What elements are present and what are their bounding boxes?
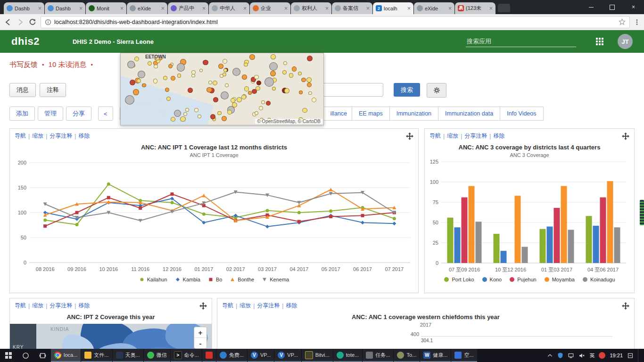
dashboard-tab[interactable]: Info Videos	[500, 107, 543, 121]
legend-item[interactable]: Port Loko	[444, 277, 474, 282]
panel-link[interactable]: 导航	[15, 302, 26, 310]
panel-link[interactable]: 移除	[493, 132, 504, 140]
close-button[interactable]: ×	[623, 0, 644, 14]
share-dashboard-button[interactable]: 分享	[66, 107, 91, 121]
taskbar-app[interactable]: 天奥...	[113, 349, 143, 362]
task-view-icon[interactable]	[34, 349, 51, 362]
browser-tab[interactable]: Dashb×	[45, 2, 85, 14]
dashboard-tab[interactable]: Immunization data	[438, 107, 500, 121]
bookmark-star-icon[interactable]	[619, 18, 626, 25]
tab-close-icon[interactable]: ×	[489, 6, 493, 11]
panel-link[interactable]: 导航	[429, 132, 441, 140]
browser-tab[interactable]: eXide×	[414, 2, 454, 14]
panel-link[interactable]: 移除	[286, 302, 297, 310]
legend-item[interactable]: Pujehun	[509, 277, 536, 282]
messages-button[interactable]: 消息	[9, 83, 36, 97]
tab-close-icon[interactable]: ×	[284, 6, 288, 11]
browser-tab[interactable]: 备案信×	[332, 2, 372, 14]
move-handle-icon[interactable]	[199, 302, 207, 310]
volume-muted-icon[interactable]	[578, 353, 585, 359]
legend-item[interactable]: Kono	[482, 277, 502, 282]
manage-dashboard-button[interactable]: 管理	[38, 107, 63, 121]
panel-link[interactable]: 缩放	[32, 132, 43, 140]
browser-tab[interactable]: eXide×	[127, 2, 167, 14]
browser-tab[interactable]: 中华人×	[209, 2, 249, 14]
legend-item[interactable]: Moyamba	[544, 277, 575, 282]
tab-close-icon[interactable]: ×	[325, 6, 329, 11]
legend-item[interactable]: Bo	[208, 277, 222, 282]
tab-close-icon[interactable]: ×	[407, 6, 411, 11]
taskbar-app[interactable]: 免费...	[216, 349, 247, 362]
address-bar[interactable]: localhost:8280/dhis/dhis-web-dashboard-i…	[41, 16, 630, 28]
tray-chevron-icon[interactable]	[547, 353, 553, 359]
browser-menu-icon[interactable]	[634, 18, 640, 26]
taskbar-app[interactable]: VVP...	[248, 349, 274, 362]
browser-tab[interactable]: 权利人×	[291, 2, 331, 14]
unread-messages-link[interactable]: 10 未读消息	[49, 60, 87, 69]
dhis2-logo[interactable]: dhis2	[11, 35, 40, 48]
panel-link[interactable]: 移除	[78, 132, 90, 140]
taskbar-app[interactable]: tote...	[333, 349, 363, 362]
panel-link[interactable]: 导航	[15, 132, 26, 140]
taskbar-app[interactable]: 任务...	[363, 349, 393, 362]
dashboard-tab[interactable]: EE maps	[352, 107, 390, 121]
tab-close-icon[interactable]: ×	[120, 6, 124, 11]
taskbar-app[interactable]	[202, 349, 216, 362]
browser-tab[interactable]: 易(123未×	[455, 2, 495, 14]
start-button[interactable]	[0, 349, 17, 362]
tabs-prev-button[interactable]: <	[98, 107, 113, 121]
browser-tab[interactable]: Monit×	[86, 2, 126, 14]
taskbar-app[interactable]: VVP...	[274, 349, 301, 362]
maximize-button[interactable]	[602, 0, 623, 14]
taskbar-app[interactable]: To...	[394, 349, 420, 362]
tab-close-icon[interactable]: ×	[79, 6, 83, 11]
settings-button[interactable]	[427, 83, 446, 98]
back-icon[interactable]	[4, 18, 12, 26]
zoom-in-button[interactable]: +	[194, 327, 206, 337]
minimize-button[interactable]	[580, 0, 602, 14]
panel-link[interactable]: 分享注释	[50, 302, 72, 310]
browser-tab[interactable]: 产品中×	[168, 2, 208, 14]
panel-link[interactable]: 分享注释	[257, 302, 280, 310]
avatar[interactable]: JT	[618, 34, 633, 49]
move-handle-icon[interactable]	[622, 302, 629, 310]
write-feedback-link[interactable]: 书写反馈	[9, 60, 38, 69]
taskbar-app[interactable]: 文件...	[81, 349, 112, 362]
new-tab-button[interactable]	[498, 4, 510, 12]
security-shield-icon[interactable]	[557, 352, 563, 359]
clock[interactable]: 19:21	[610, 353, 623, 358]
add-dashboard-button[interactable]: 添加	[9, 107, 35, 121]
legend-item[interactable]: Kenema	[262, 277, 289, 282]
tab-close-icon[interactable]: ×	[161, 6, 165, 11]
url-text[interactable]: localhost:8280/dhis/dhis-web-dashboard-i…	[54, 19, 616, 25]
ime-icon[interactable]	[599, 352, 605, 359]
browser-tab[interactable]: 2localh×	[373, 2, 413, 14]
panel-link[interactable]: 分享注释	[50, 132, 72, 140]
forward-icon[interactable]	[16, 18, 25, 26]
panel-link[interactable]: 分享注释	[464, 132, 487, 140]
taskbar-app[interactable]: Bitvi...	[302, 349, 333, 362]
tab-close-icon[interactable]: ×	[448, 6, 452, 11]
apps-grid-icon[interactable]	[596, 38, 603, 45]
panel-link[interactable]: 移除	[78, 302, 90, 310]
floating-widget[interactable]	[640, 200, 644, 225]
legend-item[interactable]: Koinadugu	[582, 277, 615, 282]
panel-link[interactable]: 导航	[222, 302, 233, 310]
taskbar-app[interactable]: loca...	[51, 349, 81, 362]
legend-item[interactable]: Kambia	[175, 277, 200, 282]
move-handle-icon[interactable]	[622, 132, 629, 140]
reload-icon[interactable]	[28, 18, 37, 26]
panel-link[interactable]: 缩放	[447, 132, 458, 140]
show-desktop-sliver[interactable]	[638, 349, 640, 362]
notification-center-icon[interactable]	[627, 353, 634, 359]
taskbar-app[interactable]: 微信	[144, 349, 170, 362]
tab-close-icon[interactable]: ×	[366, 6, 370, 11]
app-search-input[interactable]	[466, 36, 576, 47]
cortana-search-icon[interactable]	[17, 349, 34, 362]
notes-button[interactable]: 注释	[40, 83, 66, 97]
page-info-icon[interactable]	[45, 19, 51, 25]
dashboard-tab[interactable]: Immunization	[389, 107, 438, 121]
browser-tab[interactable]: 企业×	[250, 2, 290, 14]
zoom-out-button[interactable]: -	[194, 337, 206, 348]
taskbar-app[interactable]: W健康...	[420, 349, 451, 362]
